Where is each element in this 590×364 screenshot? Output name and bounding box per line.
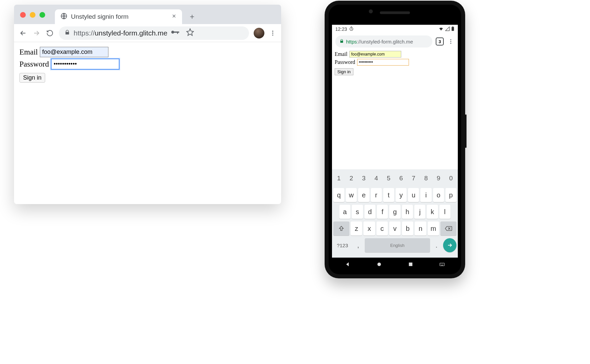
timer-icon xyxy=(349,26,354,32)
desktop-browser-window: Unstyled signin form https://unstyled-fo… xyxy=(14,5,281,204)
key-c[interactable]: c xyxy=(376,221,388,236)
mobile-menu-button[interactable] xyxy=(447,38,454,45)
page-content: Email Password Sign in xyxy=(14,42,281,87)
maximize-window-button[interactable] xyxy=(39,12,45,18)
key-r[interactable]: r xyxy=(371,188,382,202)
key-0[interactable]: 0 xyxy=(445,171,456,185)
svg-rect-9 xyxy=(452,26,453,27)
phone-camera xyxy=(369,9,373,13)
keyboard-row-1: q w e r t y u i o p xyxy=(333,188,456,202)
tabstrip: Unstyled signin form xyxy=(14,5,281,24)
key-m[interactable]: m xyxy=(428,221,439,236)
key-b[interactable]: b xyxy=(402,221,413,236)
tab-title: Unstyled signin form xyxy=(71,13,168,20)
key-icon[interactable] xyxy=(171,29,180,37)
nav-recents-button[interactable] xyxy=(408,261,414,269)
key-t[interactable]: t xyxy=(383,188,394,202)
key-g[interactable]: g xyxy=(389,205,400,219)
nav-home-button[interactable] xyxy=(376,261,382,269)
key-backspace[interactable] xyxy=(440,221,456,236)
key-period[interactable]: . xyxy=(431,238,442,252)
key-o[interactable]: o xyxy=(433,188,444,202)
key-3[interactable]: 3 xyxy=(358,171,369,185)
key-j[interactable]: j xyxy=(414,205,425,219)
forward-button[interactable] xyxy=(32,29,41,37)
svg-point-11 xyxy=(450,41,451,42)
close-tab-button[interactable] xyxy=(171,13,177,20)
svg-rect-3 xyxy=(177,31,178,34)
keyboard-row-3: z x c v b n m xyxy=(333,221,456,236)
mobile-email-input[interactable] xyxy=(349,51,401,58)
key-a[interactable]: a xyxy=(339,205,350,219)
key-u[interactable]: u xyxy=(408,188,419,202)
window-controls xyxy=(20,12,45,18)
mobile-password-label: Password xyxy=(335,59,355,65)
key-z[interactable]: z xyxy=(351,221,362,236)
mobile-signin-button[interactable]: Sign in xyxy=(335,68,353,75)
key-shift[interactable] xyxy=(333,221,349,236)
android-nav-bar xyxy=(332,259,458,271)
key-7[interactable]: 7 xyxy=(408,171,419,185)
key-5[interactable]: 5 xyxy=(383,171,394,185)
browser-menu-button[interactable] xyxy=(269,29,276,37)
email-input[interactable] xyxy=(40,47,108,57)
minimize-window-button[interactable] xyxy=(30,12,35,18)
key-6[interactable]: 6 xyxy=(396,171,407,185)
key-v[interactable]: v xyxy=(389,221,401,236)
mobile-email-label: Email xyxy=(335,51,347,57)
mobile-address-bar[interactable]: https://unstyled-form.glitch.me xyxy=(335,35,432,48)
mobile-password-input[interactable] xyxy=(357,59,409,66)
address-bar[interactable]: https://unstyled-form.glitch.me xyxy=(59,26,249,40)
key-symbols[interactable]: ?123 xyxy=(333,238,352,252)
key-space[interactable]: English xyxy=(365,238,430,252)
signin-button[interactable]: Sign in xyxy=(19,73,45,83)
profile-avatar[interactable] xyxy=(254,28,264,38)
svg-point-13 xyxy=(377,263,381,266)
nav-back-button[interactable] xyxy=(345,261,351,269)
close-window-button[interactable] xyxy=(20,12,26,18)
mobile-browser-toolbar: https://unstyled-form.glitch.me 3 xyxy=(332,33,458,50)
status-time: 12:23 xyxy=(335,26,347,32)
key-8[interactable]: 8 xyxy=(420,171,431,185)
back-button[interactable] xyxy=(19,29,27,37)
key-x[interactable]: x xyxy=(363,221,375,236)
key-comma[interactable]: , xyxy=(353,238,363,252)
key-q[interactable]: q xyxy=(333,188,344,202)
key-y[interactable]: y xyxy=(396,188,407,202)
key-d[interactable]: d xyxy=(364,205,375,219)
star-icon[interactable] xyxy=(183,28,194,38)
soft-keyboard: 1 2 3 4 5 6 7 8 9 0 q w e r t y xyxy=(332,169,458,258)
new-tab-button[interactable] xyxy=(187,11,197,22)
key-i[interactable]: i xyxy=(420,188,431,202)
key-s[interactable]: s xyxy=(352,205,363,219)
svg-point-4 xyxy=(272,30,273,31)
phone-device-frame: 12:23 xyxy=(325,1,465,278)
key-9[interactable]: 9 xyxy=(433,171,444,185)
globe-icon xyxy=(60,12,68,21)
reload-button[interactable] xyxy=(46,29,54,37)
key-w[interactable]: w xyxy=(346,188,357,202)
keyboard-number-row: 1 2 3 4 5 6 7 8 9 0 xyxy=(333,171,456,185)
key-e[interactable]: e xyxy=(358,188,369,202)
password-label: Password xyxy=(19,60,49,69)
svg-rect-2 xyxy=(174,31,179,33)
key-enter[interactable] xyxy=(443,238,456,252)
key-4[interactable]: 4 xyxy=(371,171,382,185)
svg-point-12 xyxy=(450,43,451,44)
status-bar: 12:23 xyxy=(332,25,458,33)
tab-count-button[interactable]: 3 xyxy=(436,37,444,46)
key-n[interactable]: n xyxy=(415,221,426,236)
key-2[interactable]: 2 xyxy=(346,171,357,185)
nav-keyboard-switcher[interactable] xyxy=(439,261,445,269)
signal-icon xyxy=(445,26,450,32)
key-k[interactable]: k xyxy=(427,205,438,219)
password-input[interactable] xyxy=(51,59,119,70)
browser-tab[interactable]: Unstyled signin form xyxy=(55,9,182,24)
key-1[interactable]: 1 xyxy=(333,171,344,185)
key-h[interactable]: h xyxy=(402,205,413,219)
key-f[interactable]: f xyxy=(377,205,388,219)
key-p[interactable]: p xyxy=(445,188,456,202)
lock-icon xyxy=(339,39,344,44)
key-l[interactable]: l xyxy=(439,205,450,219)
mobile-page-content: Email Password Sign in xyxy=(332,50,458,77)
